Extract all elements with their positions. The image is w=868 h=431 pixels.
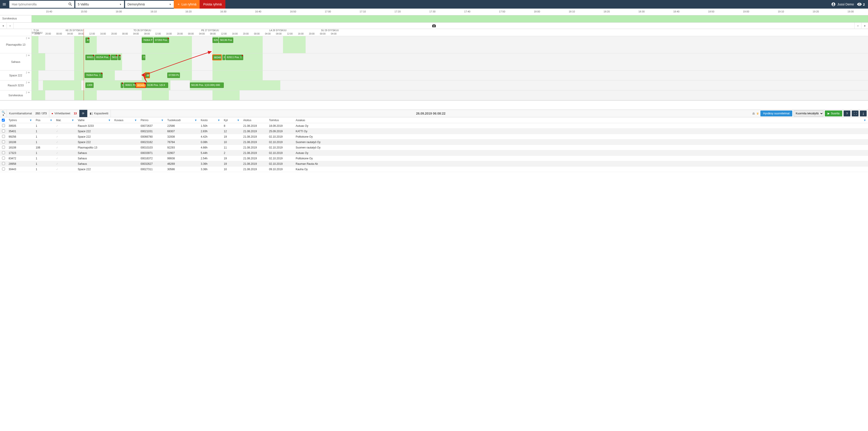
task[interactable]: 76064 Pos. 1! (85, 72, 103, 78)
viewer-count[interactable]: 2 (857, 2, 865, 6)
table-row[interactable]: 181081✓Space 22200023162767840.08h1021.0… (0, 140, 868, 145)
unassigned-tab[interactable]: Kuormittamattomat 202 / 373 (7, 110, 49, 117)
user-display[interactable]: Jussi Demo (831, 2, 854, 6)
track-space[interactable]: 76064 Pos. 1! 88 07269 Pc (32, 70, 868, 81)
th-kpl[interactable]: Kpl▼ (222, 118, 241, 123)
row-checkbox[interactable] (2, 140, 5, 143)
task[interactable]: 65254 Pos.! (95, 55, 110, 60)
track-sorvik[interactable] (32, 90, 868, 100)
task-highlighted[interactable]: 88348 P! (135, 83, 146, 88)
chevron-down-icon: ▼ (119, 3, 122, 6)
th-aloitus[interactable]: Aloitus (241, 118, 267, 123)
capacity-tab[interactable]: ▮▯ Kapasiteetti (88, 110, 111, 117)
task[interactable]: 56136 Pos. 1(10.00h) 000 (190, 83, 224, 88)
table-row[interactable]: 992561✓Space 22200066780320084.42h1921.0… (0, 134, 868, 140)
table-row[interactable]: 173231✓Sahaus00033971029075.44h221.08.20… (0, 150, 868, 156)
row-checkbox[interactable] (2, 151, 5, 154)
select-all-checkbox[interactable] (2, 119, 5, 122)
resource-label-rausch[interactable]: Rausch 3233 2👁 (0, 81, 31, 90)
task[interactable]: 62611 Pos. 1! (225, 55, 243, 60)
table-row[interactable]: 289581✓Sahaus00032627462693.36h1921.08.2… (0, 161, 868, 166)
row-checkbox[interactable] (2, 129, 5, 132)
crown-icon[interactable]: ♛ (756, 112, 759, 115)
approve-button[interactable]: Hyväksy suunnitelmat (761, 111, 792, 116)
filter-icon[interactable]: ▼ (864, 119, 866, 122)
nav-last-button[interactable]: » (861, 23, 868, 29)
nav-next-button[interactable]: › (855, 23, 861, 29)
resource-label-space[interactable]: Space 222 2👁 (0, 70, 31, 81)
group-dropdown[interactable]: Demoryhmä ▼ (125, 1, 174, 8)
print-icon[interactable]: 🖶 (752, 112, 755, 115)
help-button[interactable]: ? (844, 111, 850, 116)
table-row[interactable]: 304431✓Space 22200027311305863.36h1021.0… (0, 166, 868, 172)
track-plasma[interactable]: 47! 76064 P 07269 Pos.! 626 56136 Pos (32, 36, 868, 53)
create-group-button[interactable]: ＋ Luo ryhmä (174, 0, 199, 8)
filter-icon: ▼ (134, 119, 137, 122)
task[interactable]: 47! (86, 37, 90, 43)
alert-icon: ! (167, 37, 169, 39)
table-row[interactable]: 354011✓Space 22200021031683072.83h1221.0… (0, 129, 868, 134)
resource-label-sorvik[interactable]: Sorvikeskus 2👁 (0, 90, 31, 100)
th-vaihe[interactable]: Vaihe▼ (76, 118, 113, 123)
download-button[interactable]: ⭳ (860, 111, 867, 116)
selected-dropdown[interactable]: 5 Valittu ▼ (75, 1, 124, 8)
th-kuvaus[interactable]: Kuvaus▼ (113, 118, 139, 123)
resource-label-sahaus[interactable]: Sahaus 2👁 (0, 53, 31, 70)
th-tuote[interactable]: Tuotekoodi▼ (165, 118, 199, 123)
row-checkbox[interactable] (2, 157, 5, 160)
task[interactable]: 5613! (111, 55, 118, 60)
user-icon (831, 2, 836, 6)
table-row[interactable]: 18108106✓Plasmapoltto 1300010103922934.6… (0, 145, 868, 150)
filter-icon: ▼ (29, 119, 32, 122)
track-sahaus[interactable]: 90601! 65254 Pos.! 5613! 7! 73 88348 6 6… (32, 53, 868, 70)
task[interactable]: 6136 Pos. 1(6.9 (146, 83, 168, 88)
search-input[interactable] (9, 1, 66, 8)
task[interactable]: 76064 P (142, 37, 153, 43)
task[interactable]: 56136 Pos (219, 37, 233, 43)
th-kesto[interactable]: Kesto▼ (199, 118, 222, 123)
fullscreen-icon: ⛶ (854, 112, 857, 115)
th-piir[interactable]: Piirnro▼ (139, 118, 165, 123)
resource-label-plasma[interactable]: Plasmapoltto 13 2👁 (0, 36, 31, 53)
refresh-button[interactable]: ⟳ (79, 110, 88, 117)
row-checkbox[interactable] (2, 162, 5, 165)
plus-icon: ＋ (177, 2, 180, 6)
task[interactable]: 6 (222, 55, 225, 60)
row-checkbox[interactable] (2, 124, 5, 127)
th-asiakas[interactable]: Asiakas (294, 118, 338, 123)
task[interactable]: 07269 Pc (167, 72, 180, 78)
task[interactable]: 73 (142, 55, 145, 60)
run-button[interactable]: ▶Suorita (825, 111, 842, 116)
task[interactable]: 626 (213, 37, 218, 43)
errors-tab[interactable]: ● Virhetilanteet 13 (49, 110, 79, 117)
task-highlighted[interactable]: 88348 (213, 55, 221, 60)
row-checkbox[interactable] (2, 167, 5, 171)
task[interactable]: 1! (121, 83, 123, 88)
task-highlighted[interactable]: 88 (145, 72, 150, 78)
task[interactable]: 1309 (86, 83, 94, 88)
nav-prev-button[interactable]: ‹ (7, 23, 13, 29)
gantt-timeline[interactable]: TI 24 SYYSKUUKE 25 SYYSKUUTO 26 SYYSKUUP… (32, 29, 868, 100)
task[interactable]: 7! (118, 55, 121, 60)
th-pos[interactable]: Pos▼ (34, 118, 54, 123)
fullscreen-button[interactable]: ⛶ (852, 111, 859, 116)
row-checkbox[interactable] (2, 146, 5, 149)
camera-icon[interactable] (431, 24, 437, 28)
ai-select[interactable]: Kuormita tekoälyllä (794, 111, 824, 116)
table-row[interactable]: 395051✓Rausch 323300072637225861.50h821.… (0, 123, 868, 129)
filter-sidebar-toggle[interactable]: 🔍 ▼ (0, 110, 7, 117)
task[interactable]: 90601 Po! (124, 83, 136, 88)
delete-group-button[interactable]: Poista ryhmä (199, 0, 225, 8)
menu-button[interactable] (0, 0, 8, 8)
th-toimitus[interactable]: Toimitus (267, 118, 294, 123)
task[interactable]: 07269 Pos.! (154, 37, 169, 43)
nav-first-button[interactable]: « (0, 23, 7, 29)
task[interactable]: 90601! (86, 55, 94, 60)
th-mat[interactable]: Mat.▼ (54, 118, 76, 123)
th-tyo[interactable]: Työnro▼ (7, 118, 34, 123)
track-rausch[interactable]: 1309 1! 90601 Po! 88348 P! 6136 Pos. 1(6… (32, 81, 868, 90)
table-row[interactable]: 834721✓Sahaus00016372999382.54h1921.08.2… (0, 156, 868, 161)
search-box[interactable] (9, 1, 74, 8)
row-checkbox[interactable] (2, 135, 5, 138)
search-icon[interactable] (66, 2, 74, 6)
